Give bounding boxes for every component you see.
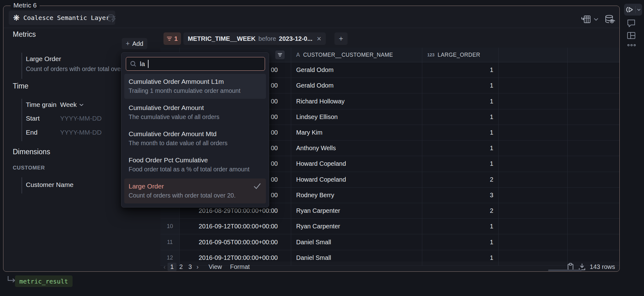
empty-cell [568, 156, 619, 171]
run-cell-button[interactable] [624, 6, 635, 13]
metric-option-title: Cumulative Order Ammount L1m [129, 77, 262, 86]
empty-cell [568, 188, 619, 203]
large-order-cell: 1 [422, 62, 499, 78]
large-order-cell: 1 [422, 78, 499, 93]
preview-data-icon[interactable] [604, 14, 615, 24]
comments-icon[interactable] [627, 19, 636, 27]
metric-option[interactable]: Large Order Count of orders with order t… [124, 179, 266, 203]
start-date-input[interactable]: YYYY-MM-DD [60, 115, 102, 122]
snowflake-icon: ❋ [13, 14, 20, 22]
search-icon [130, 60, 137, 67]
metric-option[interactable]: Cumulative Order Ammount L1m Trailing 1 … [124, 74, 266, 99]
dimension-item-bar [21, 177, 22, 193]
customer-name-cell: Gerald Odom [291, 62, 422, 78]
large-order-cell: 1 [422, 93, 499, 109]
metric-option-description: The month to date value of all orders [129, 139, 262, 147]
empty-cell [568, 203, 619, 218]
large-order-cell: 1 [422, 156, 499, 171]
time-grain-select[interactable]: Week [60, 101, 84, 108]
metric-time-week-cell: 2016-09-12T00:00:00+00:00 [180, 219, 291, 234]
empty-cell [499, 188, 568, 203]
output-variable: metric_result [19, 278, 68, 285]
filter-value: 2023-12-0... [279, 35, 313, 42]
empty-cell [568, 172, 619, 187]
empty-header [568, 48, 619, 62]
large-order-cell: 1 [422, 219, 499, 234]
empty-cell [499, 172, 568, 187]
horizontal-scrollbar[interactable] [548, 270, 582, 271]
output-variable-pill[interactable]: metric_result [15, 275, 73, 287]
empty-cell [568, 78, 619, 93]
large-order-header[interactable]: 123 LARGE_ORDER [422, 48, 499, 62]
table-row[interactable]: 10 2016-09-12T00:00:00+00:00 Ryan Carpen… [160, 219, 619, 234]
edit-connection-icon[interactable] [107, 14, 117, 23]
metric-item-name[interactable]: Large Order [26, 55, 61, 63]
prev-page-button[interactable]: ‹ [160, 263, 168, 271]
dimension-item-name[interactable]: Customer Name [26, 181, 73, 189]
add-filter-button[interactable]: + [334, 32, 348, 45]
large-order-cell: 1 [422, 141, 499, 156]
dimensions-heading: Dimensions [13, 148, 50, 156]
metric-cell: ❋ Coalesce Semantic Layer [3, 6, 620, 272]
customer-name-header-label: CUSTOMER__CUSTOMER_NAME [303, 52, 393, 58]
add-metric-button[interactable]: + Add [122, 38, 147, 49]
format-button[interactable]: Format [230, 263, 250, 270]
customer-name-cell: Howard Copeland [291, 156, 422, 171]
empty-cell [499, 156, 568, 171]
metric-option[interactable]: Cumulative Order Amount Mtd The month to… [124, 126, 266, 151]
number-type-icon: 123 [427, 52, 434, 57]
filter-icon [167, 36, 172, 41]
next-page-button[interactable]: › [195, 263, 201, 271]
send-to-table-button[interactable] [581, 15, 599, 24]
end-date-input[interactable]: YYYY-MM-DD [60, 129, 102, 136]
metrics-heading: Metrics [13, 30, 36, 39]
filter-chip[interactable]: METRIC_TIME__WEEK before 2023-12-0... ✕ [183, 32, 326, 45]
large-order-cell: 2 [422, 203, 499, 218]
layout-panel-icon[interactable] [627, 31, 636, 40]
empty-cell [499, 219, 568, 234]
empty-cell [499, 141, 568, 156]
customer-name-header[interactable]: A CUSTOMER__CUSTOMER_NAME [291, 48, 422, 62]
filter-operator: before [258, 35, 276, 42]
metric-option-title: Cumulative Order Amount [129, 103, 262, 112]
empty-cell [499, 109, 568, 125]
chevron-down-icon [594, 18, 599, 21]
customer-name-cell: Daniel Small [291, 234, 422, 250]
semantic-source-label: Coalesce Semantic Layer [23, 14, 110, 21]
empty-cell [568, 93, 619, 109]
cell-title: Metric 6 [11, 1, 40, 9]
empty-cell [499, 78, 568, 93]
page-button-3[interactable]: 3 [186, 263, 195, 271]
metric-item-bar [21, 53, 22, 79]
metric-search-dropdown: la Cumulative Order Ammount L1m Trailing… [121, 52, 269, 208]
remove-filter-icon[interactable]: ✕ [316, 35, 321, 42]
customer-name-cell: Rodney Berry [291, 188, 422, 203]
customer-name-cell: Richard Holloway [291, 93, 422, 109]
metric-option-description: Trailing 1 month cumulative order amount [129, 86, 262, 95]
metric-search-input[interactable]: la [126, 57, 265, 71]
filter-count-badge[interactable]: 1 [163, 32, 181, 45]
semantic-source-pill[interactable]: ❋ Coalesce Semantic Layer [9, 11, 115, 25]
customer-name-cell: Anthony Wells [291, 141, 422, 156]
metric-option-title: Large Order [129, 182, 262, 191]
metric-option-description: The cumulative value of all orders [129, 112, 262, 121]
metric-option[interactable]: Food Order Pct Cumulative Food order tot… [124, 152, 266, 177]
empty-header [499, 48, 568, 62]
page-button-1[interactable]: 1 [168, 263, 177, 271]
empty-cell [568, 141, 619, 156]
metric-option-description: Food order total as a % of total order a… [129, 165, 262, 174]
column-filter-icon[interactable] [275, 50, 285, 59]
row-number: 11 [160, 234, 180, 250]
metric-option-title: Food Order Pct Cumulative [129, 155, 262, 165]
metric-option[interactable]: Cumulative Order Amount The cumulative v… [124, 100, 266, 125]
view-button[interactable]: View [209, 263, 222, 270]
header-divider [3, 28, 619, 28]
page-button-2[interactable]: 2 [177, 263, 186, 271]
metric-time-week-cell: 2016-09-05T00:00:00+00:00 [180, 234, 291, 250]
empty-cell [568, 234, 619, 250]
more-options-icon[interactable] [627, 44, 636, 47]
search-value: la [140, 60, 145, 68]
text-caret [148, 60, 149, 68]
run-options-chevron[interactable] [636, 8, 642, 11]
table-row[interactable]: 11 2016-09-05T00:00:00+00:00 Daniel Smal… [160, 234, 619, 250]
